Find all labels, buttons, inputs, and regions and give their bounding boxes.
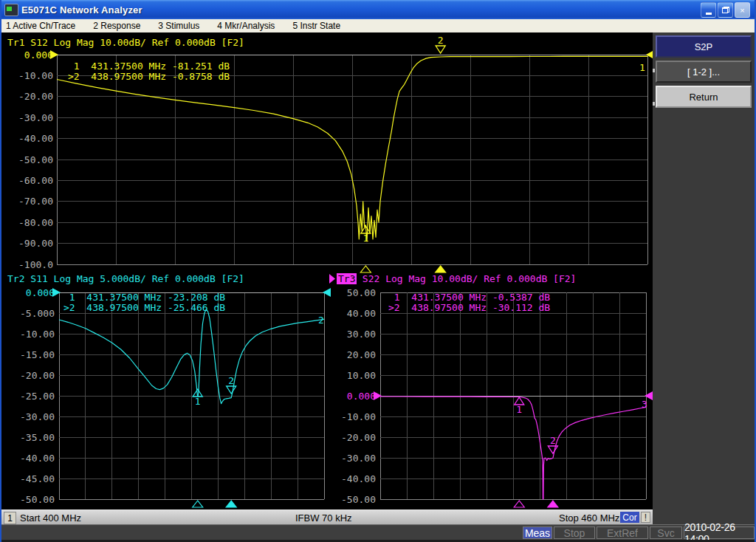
status-bar: 1 Start 400 MHz IFBW 70 kHz Stop 460 MHz… — [1, 510, 653, 524]
tr3-s22-header: Tr3 S22 Log Mag 10.00dB/ Ref 0.000dB [F2… — [329, 273, 576, 284]
svg-text:>2 438.97500 MHz -30.112 dB: >2 438.97500 MHz -30.112 dB — [388, 302, 550, 313]
svg-text:S22 Log Mag 10.00dB/ Ref 0.000: S22 Log Mag 10.00dB/ Ref 0.000dB [F2] — [357, 273, 576, 284]
tr1-s12-inactive-stimulus-marker-icon[interactable] — [360, 266, 371, 272]
svg-text:-40.00: -40.00 — [341, 473, 376, 484]
menu-item-stimulus[interactable]: 3 Stimulus — [154, 21, 204, 31]
extref-indicator: ExtRef — [597, 526, 648, 539]
sidebar-edge-mark — [653, 102, 655, 106]
tr2-s11-y-ticks: 0.000-5.000-10.00-15.00-20.00-25.00-30.0… — [20, 287, 55, 505]
instrument-screen: 0.000-10.00-20.00-30.00-40.00-50.00-60.0… — [1, 32, 653, 510]
channel-number-badge: 1 — [4, 512, 16, 524]
app-icon — [4, 4, 18, 16]
svg-text:50.00: 50.00 — [347, 287, 376, 298]
svg-text:Tr3: Tr3 — [338, 273, 355, 284]
minimize-icon — [706, 13, 712, 15]
softkey-s2p[interactable]: S2P — [656, 35, 752, 58]
svg-text:1: 1 — [516, 404, 522, 415]
svg-text:1: 1 — [362, 233, 368, 244]
tr1-s12-trace-markers[interactable]: 12 — [361, 35, 445, 244]
tr3-s22-active-stimulus-marker-icon[interactable] — [548, 501, 558, 507]
ifbw-label: IFBW 70 kHz — [295, 512, 352, 524]
svg-text:-30.00: -30.00 — [20, 411, 55, 422]
close-icon: × — [740, 6, 744, 15]
svg-text:2: 2 — [550, 435, 556, 446]
svg-text:Tr2 S11 Log Mag 5.000dB/ Ref 0: Tr2 S11 Log Mag 5.000dB/ Ref 0.000dB [F2… — [7, 273, 244, 284]
menu-item-instr-state[interactable]: 5 Instr State — [288, 21, 345, 31]
svg-text:-100.0: -100.0 — [18, 259, 53, 270]
svg-text:>2 438.97500 MHz -0.8758 dB: >2 438.97500 MHz -0.8758 dB — [68, 71, 230, 82]
svg-text:30.00: 30.00 — [347, 329, 376, 340]
tr1-s12-active-stimulus-marker-icon[interactable] — [436, 266, 446, 272]
restore-button[interactable] — [718, 2, 733, 18]
svg-text:-40.00: -40.00 — [20, 453, 55, 464]
close-button[interactable]: × — [735, 2, 750, 18]
tr2-s11-grid — [59, 292, 324, 499]
instrument-status-bar: Meas Stop ExtRef Svc 2010-02-26 14:00 — [0, 524, 756, 540]
tr3-s22-grid — [380, 292, 646, 499]
tr1-s12-grid — [57, 55, 647, 264]
tr1-s12-marker-readout: 1 431.37500 MHz -81.251 dB>2 438.97500 M… — [68, 61, 230, 82]
svg-text:-90.00: -90.00 — [18, 238, 53, 249]
tr3-s22-plot[interactable]: 50.0040.0030.0020.0010.000.000-10.00-20.… — [329, 273, 653, 507]
svg-text:40.00: 40.00 — [347, 308, 376, 319]
softkey-return[interactable]: Return — [656, 86, 752, 108]
menu-item-active-ch-trace[interactable]: 1 Active Ch/Trace — [1, 21, 80, 31]
svg-text:-20.00: -20.00 — [20, 370, 55, 381]
svg-text:-25.00: -25.00 — [20, 391, 55, 402]
stop-frequency-label: Stop 460 MHz — [559, 512, 619, 524]
window-border-left — [0, 0, 1, 542]
svg-text:Tr1 S12 Log Mag 10.00dB/ Ref 0: Tr1 S12 Log Mag 10.00dB/ Ref 0.000dB [F2… — [7, 37, 244, 48]
correction-badge: Cor — [620, 512, 639, 523]
marker-2-icon — [227, 386, 236, 394]
svg-text:20.00: 20.00 — [347, 349, 376, 360]
restore-icon — [722, 7, 729, 13]
title-bar: E5071C Network Analyzer × — [0, 0, 756, 19]
tr2-s11-trace-number-label: 2 — [318, 315, 324, 326]
svg-text:-45.00: -45.00 — [20, 473, 55, 484]
svg-text:2: 2 — [228, 375, 234, 386]
tr2-s11-marker-readout: 1 431.37500 MHz -23.208 dB>2 438.97500 M… — [63, 292, 225, 313]
tr2-s11-header: Tr2 S11 Log Mag 5.000dB/ Ref 0.000dB [F2… — [7, 273, 244, 284]
minimize-button[interactable] — [701, 2, 716, 18]
plots-canvas[interactable]: 0.000-10.00-20.00-30.00-40.00-50.00-60.0… — [1, 32, 653, 510]
tr2-s11-inactive-stimulus-marker-icon[interactable] — [193, 501, 203, 507]
svg-text:0.000: 0.000 — [24, 49, 53, 61]
softkey-1-2[interactable]: [ 1-2 ]... — [656, 61, 752, 83]
svg-text:-50.00: -50.00 — [341, 494, 376, 505]
menu-item-response[interactable]: 2 Response — [89, 21, 145, 31]
svg-text:-20.00: -20.00 — [341, 432, 376, 443]
svg-text:-35.00: -35.00 — [20, 432, 55, 443]
marker-2-icon — [548, 446, 557, 453]
tr3-s22-inactive-stimulus-marker-icon[interactable] — [514, 501, 524, 507]
svg-text:1: 1 — [195, 396, 201, 407]
tr3-s22-y-ticks: 50.0040.0030.0020.0010.000.000-10.00-20.… — [341, 287, 376, 505]
softkey-sidebar: S2P [ 1-2 ]... Return — [653, 32, 755, 510]
svg-text:-30.00: -30.00 — [341, 453, 376, 464]
svg-text:0.000: 0.000 — [347, 391, 376, 402]
svg-text:-60.00: -60.00 — [18, 175, 53, 186]
svg-text:-20.00: -20.00 — [18, 91, 53, 102]
tr1-s12-ref-level-right-icon[interactable] — [646, 50, 653, 59]
svg-text:10.00: 10.00 — [347, 370, 376, 381]
tr2-s11-active-stimulus-marker-icon[interactable] — [226, 501, 236, 507]
svg-text:-40.00: -40.00 — [18, 133, 53, 144]
svg-text:-70.00: -70.00 — [18, 196, 53, 207]
svg-text:-50.00: -50.00 — [20, 494, 55, 505]
svg-text:-30.00: -30.00 — [18, 112, 53, 123]
svg-text:-50.00: -50.00 — [18, 154, 53, 165]
svc-indicator: Svc — [650, 526, 682, 539]
sidebar-edge-mark — [653, 69, 655, 72]
tr1-s12-header: Tr1 S12 Log Mag 10.00dB/ Ref 0.000dB [F2… — [7, 37, 244, 48]
tr3-s22-trace-number-label: 3 — [642, 399, 647, 410]
tr1-s12-plot[interactable]: 0.000-10.00-20.00-30.00-40.00-50.00-60.0… — [7, 35, 653, 272]
tr3-s22-trace-markers[interactable]: 12 — [515, 397, 558, 453]
stop-indicator: Stop — [554, 526, 595, 539]
tr2-s11-plot[interactable]: 0.000-5.000-10.00-15.00-20.00-25.00-30.0… — [7, 273, 331, 507]
svg-text:-10.00: -10.00 — [341, 411, 376, 422]
menu-item-mkr-analysis[interactable]: 4 Mkr/Analysis — [213, 21, 279, 31]
svg-text:-5.000: -5.000 — [20, 308, 55, 319]
tr1-s12-trace-number-label: 1 — [639, 62, 645, 73]
alert-badge[interactable]: ! — [641, 512, 650, 523]
tr1-s12-y-ticks: 0.000-10.00-20.00-30.00-40.00-50.00-60.0… — [18, 49, 53, 270]
app-window: E5071C Network Analyzer × 1 Active Ch/Tr… — [0, 0, 756, 542]
